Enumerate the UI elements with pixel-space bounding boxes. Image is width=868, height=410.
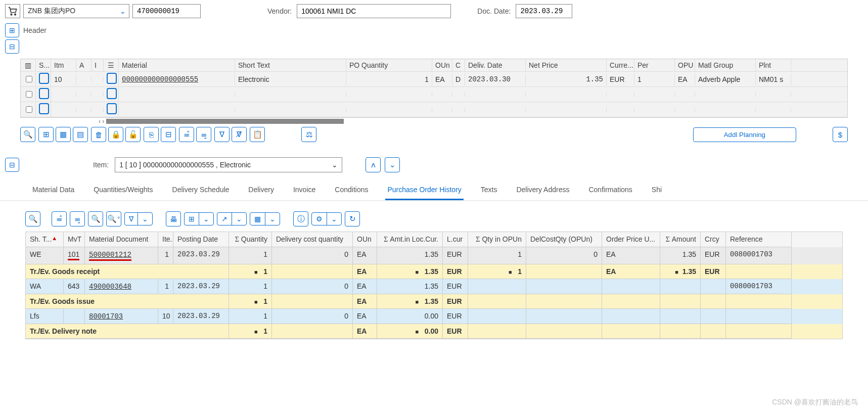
expand-header-icon[interactable]: ⊞ bbox=[5, 23, 19, 37]
status-box[interactable] bbox=[39, 88, 49, 99]
col-c[interactable]: C bbox=[452, 59, 465, 71]
detail-icon[interactable]: 🔍 bbox=[25, 211, 40, 226]
row-checkbox[interactable] bbox=[26, 106, 32, 113]
filter-combo[interactable]: ∇⌄ bbox=[124, 212, 153, 225]
col-mat-icon[interactable]: ☰ bbox=[104, 59, 119, 71]
tab-invoice[interactable]: Invoice bbox=[291, 180, 317, 200]
tab-conditions[interactable]: Conditions bbox=[333, 180, 370, 200]
collapse-icon[interactable]: ⊟ bbox=[5, 39, 19, 54]
cost-icon[interactable]: $ bbox=[833, 127, 848, 142]
addl-planning-button[interactable]: Addl Planning bbox=[693, 127, 796, 142]
col-dd[interactable]: Deliv. Date bbox=[465, 59, 526, 71]
hcol-mvt[interactable]: MvT bbox=[64, 232, 85, 247]
hcol-alc[interactable]: Σ Amt.in Loc.Cur. bbox=[377, 232, 443, 247]
hcol-ite[interactable]: Ite... bbox=[158, 232, 173, 247]
col-mg[interactable]: Matl Group bbox=[695, 59, 756, 71]
tab-purchase-order-history[interactable]: Purchase Order History bbox=[385, 180, 463, 200]
hcol-oun[interactable]: OUn bbox=[353, 232, 377, 247]
col-a[interactable]: A bbox=[76, 59, 92, 71]
row-checkbox[interactable] bbox=[26, 76, 32, 82]
filter-icon[interactable]: ∇ bbox=[214, 127, 230, 142]
nav-up-icon[interactable]: ʌ bbox=[366, 157, 381, 172]
grid-row-empty[interactable] bbox=[21, 102, 847, 117]
info-icon[interactable]: ⓘ bbox=[293, 211, 308, 226]
find-icon[interactable]: 🔍 bbox=[88, 211, 103, 226]
hcol-crcy[interactable]: Crcy bbox=[701, 232, 726, 247]
tab-delivery[interactable]: Delivery bbox=[246, 180, 276, 200]
grid-row[interactable]: 10 000000000000000555 Electronic 1 EA D … bbox=[21, 72, 847, 87]
settings-combo[interactable]: ⚙⌄ bbox=[311, 212, 342, 225]
col-opu[interactable]: OPU bbox=[675, 59, 695, 71]
tab-delivery-address[interactable]: Delivery Address bbox=[514, 180, 571, 200]
vendor-input[interactable] bbox=[297, 4, 451, 18]
col-plnt[interactable]: Plnt bbox=[756, 59, 791, 71]
layout3-icon[interactable]: ▤ bbox=[73, 127, 88, 142]
col-config-icon[interactable]: ▥ bbox=[21, 59, 36, 71]
tab-texts[interactable]: Texts bbox=[479, 180, 499, 200]
po-number-input[interactable] bbox=[132, 4, 201, 18]
lock-icon[interactable]: 🔒 bbox=[108, 127, 123, 142]
row-checkbox[interactable] bbox=[26, 91, 32, 98]
tab-delivery-schedule[interactable]: Delivery Schedule bbox=[170, 180, 232, 200]
col-s[interactable]: S... bbox=[36, 59, 51, 71]
hcol-opu[interactable]: Order Price U... bbox=[602, 232, 660, 247]
filter-off-icon[interactable]: ∇̸ bbox=[232, 127, 247, 142]
col-oun[interactable]: OUn bbox=[432, 59, 452, 71]
balance-icon[interactable]: ⚖ bbox=[301, 127, 316, 142]
clipboard-icon[interactable]: 📋 bbox=[250, 127, 265, 142]
col-per[interactable]: Per bbox=[634, 59, 675, 71]
status-box[interactable] bbox=[39, 103, 49, 114]
col-poq[interactable]: PO Quantity bbox=[346, 59, 432, 71]
history-data-row[interactable]: Lfs80001703102023.03.2910EA0.00EUR bbox=[26, 309, 842, 324]
print-icon[interactable]: 🖶 bbox=[166, 211, 181, 226]
col-curr[interactable]: Curre... bbox=[607, 59, 634, 71]
sort-desc-icon[interactable]: ≡̬ bbox=[196, 127, 211, 142]
sort-asc-icon[interactable]: ≡̂ bbox=[52, 211, 67, 226]
hcol-mdoc[interactable]: Material Document bbox=[85, 232, 158, 247]
layout1-icon[interactable]: ⊞ bbox=[38, 127, 54, 142]
col-itm[interactable]: Itm bbox=[51, 59, 76, 71]
collapse-item-icon[interactable]: ⊟ bbox=[5, 158, 19, 172]
item-dropdown[interactable]: 1 [ 10 ] 000000000000000555 , Electronic… bbox=[115, 157, 342, 172]
col-np[interactable]: Net Price bbox=[526, 59, 607, 71]
layout2-icon[interactable]: ▦ bbox=[56, 127, 71, 142]
history-data-row[interactable]: WE101500000121212023.03.2910EA1.35EUR10E… bbox=[26, 247, 842, 264]
hcol-pd[interactable]: Posting Date bbox=[173, 232, 229, 247]
layout-combo[interactable]: ▦⌄ bbox=[250, 212, 280, 225]
detail-icon[interactable]: 🔍 bbox=[20, 127, 35, 142]
col-i[interactable]: I bbox=[92, 59, 104, 71]
po-type-dropdown[interactable]: ZNB 集团内PO ⌄ bbox=[23, 4, 129, 18]
mat-box[interactable] bbox=[107, 73, 117, 84]
find-next-icon[interactable]: 🔍⁺ bbox=[106, 211, 121, 226]
copy-icon[interactable]: ⎘ bbox=[144, 127, 159, 142]
header-toggle-label[interactable]: Header bbox=[23, 26, 47, 34]
grid-row-empty[interactable] bbox=[21, 87, 847, 102]
sort-desc-icon[interactable]: ≡̬ bbox=[70, 211, 85, 226]
sort-asc-icon[interactable]: ≡̂ bbox=[179, 127, 194, 142]
col-material[interactable]: Material bbox=[119, 59, 235, 71]
export-combo[interactable]: ⊞⌄ bbox=[184, 212, 214, 225]
hcol-ref[interactable]: Reference bbox=[726, 232, 792, 247]
doc-date-input[interactable] bbox=[516, 4, 572, 18]
status-box[interactable] bbox=[39, 73, 49, 84]
hcol-qop[interactable]: Σ Qty in OPUn bbox=[468, 232, 526, 247]
hcol-amt[interactable]: Σ Amount bbox=[660, 232, 701, 247]
refresh-icon[interactable]: ↻ bbox=[345, 211, 360, 226]
hcol-qty[interactable]: Σ Quantity bbox=[229, 232, 272, 247]
h-scrollbar[interactable]: ‹ › bbox=[20, 118, 848, 125]
nav-down-icon[interactable]: ⌄ bbox=[385, 157, 400, 172]
excel-combo[interactable]: ↗⌄ bbox=[217, 212, 247, 225]
hcol-sh[interactable]: Sh. T...▲ bbox=[26, 232, 64, 247]
grid-icon[interactable]: ⊟ bbox=[161, 127, 176, 142]
material-link[interactable]: 000000000000000555 bbox=[122, 75, 198, 83]
mat-box[interactable] bbox=[107, 88, 117, 99]
tab-material-data[interactable]: Material Data bbox=[30, 180, 76, 200]
col-short[interactable]: Short Text bbox=[235, 59, 346, 71]
tab-shi[interactable]: Shi bbox=[650, 180, 664, 200]
tab-confirmations[interactable]: Confirmations bbox=[586, 180, 634, 200]
hcol-lcur[interactable]: L.cur bbox=[443, 232, 468, 247]
history-data-row[interactable]: WA643490000364812023.03.2910EA1.35EUR008… bbox=[26, 279, 842, 294]
tab-quantities-weights[interactable]: Quantities/Weights bbox=[92, 180, 155, 200]
mat-box[interactable] bbox=[107, 103, 117, 114]
trash-icon[interactable]: 🗑 bbox=[91, 127, 106, 142]
